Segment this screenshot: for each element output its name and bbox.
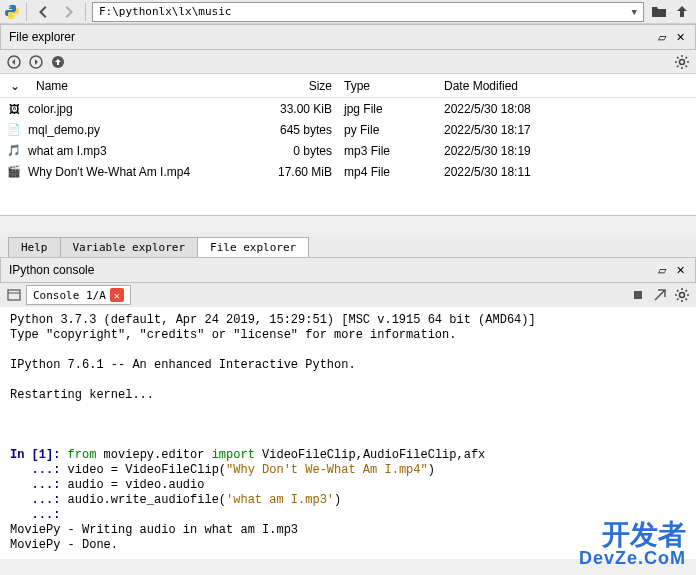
console-line: IPython 7.6.1 -- An enhanced Interactive… (10, 358, 356, 372)
file-list-header: ⌄ Name Size Type Date Modified (0, 74, 696, 98)
stop-icon[interactable] (630, 287, 646, 303)
up-icon[interactable] (50, 54, 66, 70)
audio-file-icon: 🎵 (6, 143, 22, 159)
cont-prompt: ...: (10, 508, 68, 522)
undock-icon[interactable]: ▱ (655, 30, 669, 44)
undock-icon[interactable]: ▱ (655, 263, 669, 277)
col-size[interactable]: Size (230, 79, 340, 93)
divider (26, 3, 27, 21)
file-type: jpg File (340, 102, 440, 116)
svg-point-1 (13, 16, 14, 17)
svg-rect-6 (8, 290, 20, 300)
tab-help[interactable]: Help (8, 237, 61, 257)
file-size: 33.00 KiB (230, 102, 340, 116)
kw: import (212, 448, 255, 462)
col-modified[interactable]: Date Modified (440, 79, 696, 93)
file-name: what am I.mp3 (28, 144, 107, 158)
tab-variable-explorer[interactable]: Variable explorer (60, 237, 199, 257)
console-tab-label: Console 1/A (33, 289, 106, 302)
file-size: 645 bytes (230, 123, 340, 137)
python-file-icon: 📄 (6, 122, 22, 138)
file-explorer-header: File explorer ▱ ✕ (0, 24, 696, 50)
file-type: mp4 File (340, 165, 440, 179)
prev-icon[interactable] (6, 54, 22, 70)
console-line: Restarting kernel... (10, 388, 154, 402)
file-size: 17.60 MiB (230, 165, 340, 179)
file-type: py File (340, 123, 440, 137)
col-type[interactable]: Type (340, 79, 440, 93)
parent-folder-icon[interactable] (672, 2, 692, 22)
chevron-down-icon[interactable]: ▼ (632, 7, 637, 17)
file-modified: 2022/5/30 18:08 (440, 102, 696, 116)
file-name: Why Don't We-What Am I.mp4 (28, 165, 190, 179)
file-type: mp3 File (340, 144, 440, 158)
console-line: Python 3.7.3 (default, Apr 24 2019, 15:2… (10, 313, 536, 327)
kw: from (68, 448, 97, 462)
file-row[interactable]: 🖼 color.jpg 33.00 KiB jpg File 2022/5/30… (0, 98, 696, 119)
close-icon[interactable]: ✕ (673, 263, 687, 277)
close-tab-icon[interactable]: ✕ (110, 288, 124, 302)
svg-rect-7 (634, 291, 642, 299)
forward-icon[interactable] (59, 2, 79, 22)
file-name: color.jpg (28, 102, 73, 116)
in-prompt: In [1]: (10, 448, 68, 462)
file-name: mql_demo.py (28, 123, 100, 137)
divider (85, 3, 86, 21)
folder-open-icon[interactable] (650, 2, 670, 22)
ipython-console-header: IPython console ▱ ✕ (0, 257, 696, 283)
console-tab[interactable]: Console 1/A ✕ (26, 285, 131, 305)
expand-toggle[interactable]: ⌄ (0, 79, 30, 93)
file-row[interactable]: 🎵 what am I.mp3 0 bytes mp3 File 2022/5/… (0, 140, 696, 161)
file-list: ⌄ Name Size Type Date Modified 🖼 color.j… (0, 74, 696, 216)
file-explorer-toolbar (0, 50, 696, 74)
file-row[interactable]: 🎬 Why Don't We-What Am I.mp4 17.60 MiB m… (0, 161, 696, 182)
path-text: F:\pythonlx\lx\music (99, 5, 231, 18)
panel-title: File explorer (9, 30, 75, 44)
file-row[interactable]: 📄 mql_demo.py 645 bytes py File 2022/5/3… (0, 119, 696, 140)
svg-point-8 (680, 293, 685, 298)
string: 'what am I.mp3' (226, 493, 334, 507)
console-line: MoviePy - Writing audio in what am I.mp3 (10, 523, 298, 537)
cont-prompt: ...: (10, 463, 68, 477)
folder-buttons (650, 2, 692, 22)
svg-point-5 (680, 59, 685, 64)
file-modified: 2022/5/30 18:17 (440, 123, 696, 137)
console-output[interactable]: Python 3.7.3 (default, Apr 24 2019, 15:2… (0, 307, 696, 559)
new-console-icon[interactable] (6, 287, 22, 303)
close-icon[interactable]: ✕ (673, 30, 687, 44)
string: "Why Don't We-What Am I.mp4" (226, 463, 428, 477)
file-modified: 2022/5/30 18:11 (440, 165, 696, 179)
svg-point-0 (9, 6, 10, 7)
cont-prompt: ...: (10, 478, 68, 492)
console-line: Type "copyright", "credits" or "license"… (10, 328, 456, 342)
col-name[interactable]: Name (30, 79, 230, 93)
clear-icon[interactable] (652, 287, 668, 303)
bottom-tabs: Help Variable explorer File explorer (0, 233, 696, 257)
console-tabs-bar: Console 1/A ✕ (0, 283, 696, 307)
video-file-icon: 🎬 (6, 164, 22, 180)
next-icon[interactable] (28, 54, 44, 70)
python-icon (4, 4, 20, 20)
path-input[interactable]: F:\pythonlx\lx\music ▼ (92, 2, 644, 22)
top-toolbar: F:\pythonlx\lx\music ▼ (0, 0, 696, 24)
cont-prompt: ...: (10, 493, 68, 507)
tab-file-explorer[interactable]: File explorer (197, 237, 309, 257)
gear-icon[interactable] (674, 54, 690, 70)
console-line: MoviePy - Done. (10, 538, 118, 552)
back-icon[interactable] (33, 2, 53, 22)
file-modified: 2022/5/30 18:19 (440, 144, 696, 158)
panel-title: IPython console (9, 263, 94, 277)
gear-icon[interactable] (674, 287, 690, 303)
file-size: 0 bytes (230, 144, 340, 158)
image-file-icon: 🖼 (6, 101, 22, 117)
